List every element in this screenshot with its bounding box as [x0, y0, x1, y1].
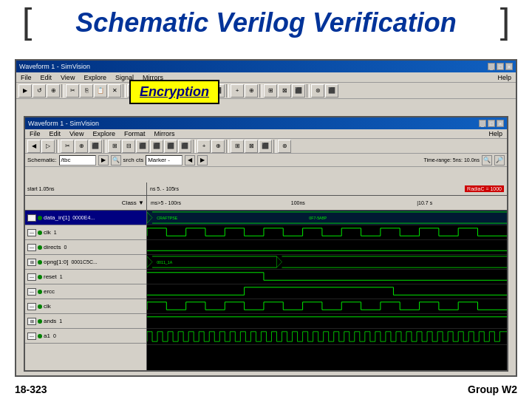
- tb-btn-2[interactable]: ↺: [33, 84, 46, 98]
- menu-view[interactable]: View: [59, 74, 76, 81]
- tb-btn-4[interactable]: ✂: [66, 84, 79, 98]
- inner-window-controls: _ □ ×: [479, 120, 504, 127]
- inner-minimize-btn[interactable]: _: [479, 120, 486, 127]
- menu-help[interactable]: Help: [496, 74, 513, 81]
- inner-tb-7[interactable]: ⊟: [122, 140, 135, 153]
- wf-row-clk2: [147, 299, 507, 314]
- signal-row-a1[interactable]: — a1 0: [25, 329, 146, 344]
- inner-tb-2[interactable]: ▷: [41, 140, 55, 153]
- inner-menu-explore[interactable]: Explore: [91, 130, 117, 137]
- time-info-left: start 1.05ns: [25, 183, 147, 195]
- signal-row-directs[interactable]: — directs 0: [25, 240, 146, 255]
- inner-tb-1[interactable]: ◀: [27, 140, 41, 153]
- marker-dropdown[interactable]: Marker -: [146, 155, 183, 166]
- zoom-in[interactable]: 🔍: [482, 155, 492, 166]
- inner-menu-file[interactable]: File: [28, 130, 42, 137]
- inner-menu-mirrors[interactable]: Mirrors: [152, 130, 176, 137]
- outer-toolbar: ▶ ↺ ⊕ ✂ ⎘ 📋 ✕ ⊞ ⊟ ⬛ ⬛ ⬛ ⬛ ⬛ + ⊕ ⊞ ⊠ ⬛ ⊛ …: [16, 83, 516, 99]
- inner-tb-3[interactable]: ✂: [61, 140, 74, 153]
- inner-tb-17[interactable]: ⊛: [278, 140, 291, 153]
- inner-tb-11[interactable]: ⬛: [178, 140, 191, 153]
- marker-prev[interactable]: ◀: [185, 155, 195, 166]
- inner-tb-8[interactable]: ⬛: [136, 140, 149, 153]
- tb-sep-4: [259, 84, 262, 98]
- bracket-right: ]: [500, 4, 510, 39]
- tb-btn-14[interactable]: +: [231, 84, 244, 98]
- inner-tb-6[interactable]: ⊞: [108, 140, 121, 153]
- tb-btn-20[interactable]: ⬛: [325, 84, 338, 98]
- sig-name-9: a1: [44, 332, 50, 339]
- sig-icon-9: —: [27, 332, 36, 340]
- encryption-text: Encryption: [140, 84, 209, 99]
- time-ruler: Class ▼ ms>5 - 100rs 100ns |10.7 s: [25, 196, 507, 211]
- signal-row-ercc[interactable]: — ercc: [25, 284, 146, 299]
- outer-title-text: Waveform 1 - SimVision: [19, 63, 90, 70]
- inner-tb-sep3: [193, 140, 196, 153]
- inner-tb-5[interactable]: ⬛: [89, 140, 102, 153]
- cursor-pos: start 1.05ns: [27, 186, 55, 191]
- close-btn[interactable]: ×: [505, 63, 513, 70]
- sig-icon-2: —: [27, 229, 36, 236]
- inner-tb-10[interactable]: ⬛: [164, 140, 177, 153]
- tb-btn-16[interactable]: ⊞: [264, 84, 277, 98]
- menu-file[interactable]: File: [19, 74, 33, 81]
- inner-tb-sep2: [103, 140, 106, 153]
- scope-search[interactable]: 🔍: [111, 155, 121, 166]
- zoom-out[interactable]: 🔎: [494, 155, 505, 166]
- inner-tb-sep1: [56, 140, 59, 153]
- sig-val-9: 0: [52, 333, 89, 338]
- encryption-label: Encryption: [129, 80, 219, 104]
- signal-row-ands[interactable]: ⊞ ands 1: [25, 314, 146, 329]
- svg-text:0F7-5A8P: 0F7-5A8P: [309, 216, 327, 220]
- svg-text:0011_1A: 0011_1A: [157, 260, 172, 265]
- scope-apply[interactable]: ▶: [98, 155, 109, 166]
- radic-status: RadiaC = 1000: [465, 185, 504, 192]
- inner-tb-12[interactable]: +: [197, 140, 211, 153]
- inner-tb-15[interactable]: ⊠: [245, 140, 258, 153]
- tb-btn-3[interactable]: ⊕: [47, 84, 60, 98]
- signal-label: srch cts: [123, 157, 144, 163]
- inner-tb-14[interactable]: ⊞: [231, 140, 244, 153]
- inner-tb-4[interactable]: ⊕: [75, 140, 88, 153]
- outer-window: Waveform 1 - SimVision _ □ × File Edit V…: [16, 61, 516, 375]
- signal-row-opng[interactable]: ⊞ opng[1:0] 0001C5C...: [25, 255, 146, 270]
- inner-menu-format[interactable]: Format: [123, 130, 147, 137]
- minimize-btn[interactable]: _: [488, 63, 495, 70]
- time-0: ms>5 - 100rs: [151, 200, 181, 205]
- maximize-btn[interactable]: □: [497, 63, 504, 70]
- tb-btn-18[interactable]: ⬛: [292, 84, 305, 98]
- inner-tb-13[interactable]: ⊕: [211, 140, 225, 153]
- menu-explore[interactable]: Explore: [82, 74, 108, 81]
- inner-menu-view[interactable]: View: [68, 130, 85, 137]
- tb-btn-x[interactable]: ✕: [108, 84, 121, 98]
- menu-edit[interactable]: Edit: [39, 74, 54, 81]
- outer-titlebar: Waveform 1 - SimVision _ □ ×: [16, 61, 516, 72]
- tb-btn-17[interactable]: ⊠: [278, 84, 291, 98]
- scope-dropdown[interactable]: /tbc: [59, 155, 96, 166]
- inner-menu-help[interactable]: Help: [487, 130, 504, 137]
- tb-btn-19[interactable]: ⊛: [311, 84, 324, 98]
- signal-row-clk2[interactable]: — clk: [25, 299, 146, 314]
- tb-btn-6[interactable]: 📋: [94, 84, 107, 98]
- tb-btn-1[interactable]: ▶: [18, 84, 32, 98]
- footer: 18-323 Group W2: [15, 383, 517, 395]
- inner-close-btn[interactable]: ×: [497, 120, 504, 127]
- tb-btn-5[interactable]: ⎘: [80, 84, 93, 98]
- inner-menu-edit[interactable]: Edit: [48, 130, 63, 137]
- inner-tb-9[interactable]: ⬛: [150, 140, 163, 153]
- tb-btn-15[interactable]: ⊕: [245, 84, 258, 98]
- waveform-canvas: CRAFTPSE 0F7-5A8P: [147, 211, 507, 370]
- sig-icon-8: ⊞: [27, 318, 36, 325]
- signal-row-reset[interactable]: — reset 1: [25, 270, 146, 284]
- inner-tb-16[interactable]: ⬛: [259, 140, 272, 153]
- footer-left: 18-323: [15, 383, 47, 395]
- sig-name-5: reset: [44, 273, 57, 280]
- marker-next[interactable]: ▶: [197, 155, 208, 166]
- signal-row-data-in[interactable]: ⊞ data_in[1] 0000E4...: [25, 211, 146, 225]
- inner-menubar: File Edit View Explore Format Mirrors He…: [25, 129, 507, 139]
- time-start: ns 5. - 105rs: [150, 186, 179, 191]
- sig-icon-6: —: [27, 288, 36, 296]
- inner-maximize-btn[interactable]: □: [488, 120, 495, 127]
- sig-name-4: opng[1:0]: [44, 259, 68, 265]
- signal-row-clk1[interactable]: — clk 1: [25, 225, 146, 240]
